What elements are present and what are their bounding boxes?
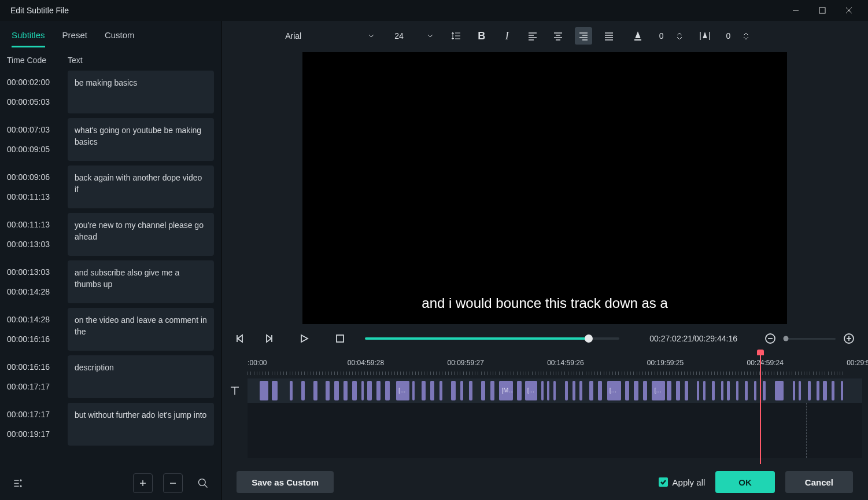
zoom-slider[interactable] xyxy=(784,338,836,340)
timeline-clip[interactable]: [M... xyxy=(499,381,513,400)
subtitle-text[interactable]: what's going on youtube be making basics xyxy=(68,118,214,161)
zoom-out-button[interactable] xyxy=(763,331,778,346)
tab-preset[interactable]: Preset xyxy=(62,30,87,47)
align-right-button[interactable] xyxy=(575,27,592,45)
timeline-clip[interactable] xyxy=(721,381,723,400)
subtitle-row[interactable]: 00:00:07:0300:00:09:05what's going on yo… xyxy=(7,118,214,161)
text-color-button[interactable] xyxy=(629,27,647,45)
timeline-clip[interactable]: [... xyxy=(652,381,665,400)
timeline-clip[interactable] xyxy=(272,381,278,400)
subtitle-text[interactable]: be making basics xyxy=(68,71,214,113)
align-justify-button[interactable] xyxy=(600,27,618,45)
timeline-clip[interactable] xyxy=(572,381,575,400)
play-button[interactable] xyxy=(297,331,312,346)
timeline-clip[interactable] xyxy=(517,381,521,400)
italic-button[interactable]: I xyxy=(498,27,516,45)
search-icon[interactable] xyxy=(193,473,213,493)
timeline-clip[interactable] xyxy=(430,381,434,400)
subtitle-row[interactable]: 00:00:09:0600:00:11:13back again with an… xyxy=(7,166,214,208)
next-frame-button[interactable] xyxy=(261,331,276,346)
timeline-clip[interactable]: [... xyxy=(525,381,537,400)
subtitle-row[interactable]: 00:00:14:2800:00:16:16on the video and l… xyxy=(7,308,214,351)
subtitle-track[interactable]: [...[M...[...[...[... xyxy=(248,378,862,403)
timeline-clip[interactable] xyxy=(841,381,843,400)
timeline-clip[interactable] xyxy=(301,381,304,400)
video-preview[interactable]: and i would bounce this track down as a xyxy=(302,52,787,324)
timeline-clip[interactable] xyxy=(832,381,834,400)
timeline-clip[interactable] xyxy=(460,381,463,400)
timeline-clip[interactable] xyxy=(376,381,381,400)
timeline-clip[interactable] xyxy=(643,381,647,400)
progress-bar[interactable] xyxy=(365,337,619,340)
minimize-button[interactable] xyxy=(782,0,809,21)
bold-button[interactable]: B xyxy=(473,27,490,45)
timeline-clip[interactable] xyxy=(260,381,269,400)
timeline-clip[interactable] xyxy=(808,381,811,400)
settings-icon[interactable] xyxy=(8,473,28,493)
empty-track[interactable] xyxy=(248,403,862,458)
timeline-clip[interactable] xyxy=(553,381,556,400)
timeline-clip[interactable] xyxy=(736,381,738,400)
zoom-in-button[interactable] xyxy=(841,331,856,346)
timeline-clip[interactable] xyxy=(367,381,371,400)
ok-button[interactable]: OK xyxy=(715,471,775,493)
timeline-clip[interactable] xyxy=(775,381,784,400)
subtitle-row[interactable]: 00:00:16:1600:00:17:17description xyxy=(7,355,214,398)
timeline-clip[interactable] xyxy=(685,381,688,400)
timeline-clip[interactable] xyxy=(481,381,485,400)
align-left-button[interactable] xyxy=(524,27,541,45)
timeline-clip[interactable] xyxy=(745,381,748,400)
subtitle-text[interactable]: you're new to my channel please go ahead xyxy=(68,213,214,256)
timeline-clip[interactable] xyxy=(634,381,638,400)
timeline-clip[interactable] xyxy=(343,381,348,400)
timeline-clip[interactable] xyxy=(565,381,568,400)
size-select[interactable]: 24 xyxy=(394,31,434,41)
subtitle-row[interactable]: 00:00:13:0300:00:14:28and subscribe also… xyxy=(7,260,214,303)
subtitle-text[interactable]: back again with another dope video if xyxy=(68,166,214,208)
timeline-clip[interactable] xyxy=(422,381,426,400)
timeline-clip[interactable] xyxy=(313,381,317,400)
timeline-clip[interactable] xyxy=(793,381,795,400)
timeline-clip[interactable] xyxy=(547,381,549,400)
font-select[interactable]: Arial xyxy=(285,31,375,41)
timeline-clip[interactable] xyxy=(697,381,699,400)
timeline-clip[interactable] xyxy=(334,381,338,400)
timeline-clip[interactable] xyxy=(290,381,293,400)
timeline-clip[interactable] xyxy=(823,381,827,400)
subtitle-text[interactable]: and subscribe also give me a thumbs up xyxy=(68,260,214,303)
tab-subtitles[interactable]: Subtitles xyxy=(12,30,45,47)
timeline-clip[interactable] xyxy=(439,381,442,400)
line-spacing-icon[interactable] xyxy=(448,27,465,45)
char-spacing-stepper[interactable] xyxy=(677,32,682,40)
save-as-custom-button[interactable]: Save as Custom xyxy=(237,471,334,493)
timeline-clip[interactable] xyxy=(598,381,602,400)
subtitle-row[interactable]: 00:00:02:0000:00:05:03be making basics xyxy=(7,71,214,113)
timeline-clip[interactable] xyxy=(352,381,356,400)
timeline-clip[interactable] xyxy=(754,381,756,400)
timeline-clip[interactable] xyxy=(385,381,389,400)
subtitle-row[interactable]: 00:00:17:1700:00:19:17but without furthe… xyxy=(7,403,214,446)
zoom-knob[interactable] xyxy=(784,336,789,341)
add-button[interactable] xyxy=(133,473,153,493)
timeline-clip[interactable] xyxy=(589,381,593,400)
stop-button[interactable] xyxy=(333,331,348,346)
subtitle-text[interactable]: description xyxy=(68,355,214,398)
timeline-clip[interactable] xyxy=(361,381,364,400)
timeline-clip[interactable] xyxy=(763,381,766,400)
timeline-clip[interactable] xyxy=(712,381,715,400)
subtitle-list[interactable]: 00:00:02:0000:00:05:03be making basics00… xyxy=(0,71,221,466)
timeline-clip[interactable] xyxy=(412,381,415,400)
timeline-clip[interactable] xyxy=(799,381,801,400)
subtitle-row[interactable]: 00:00:11:1300:00:13:03you're new to my c… xyxy=(7,213,214,256)
timeline-ruler[interactable]: :00:0000:04:59:2800:09:59:2700:14:59:260… xyxy=(248,359,862,376)
playhead[interactable] xyxy=(760,353,761,464)
subtitle-text[interactable]: on the video and leave a comment in the xyxy=(68,308,214,351)
timeline-clip[interactable] xyxy=(625,381,629,400)
timeline-clip[interactable] xyxy=(490,381,494,400)
apply-all-checkbox[interactable]: Apply all xyxy=(659,477,706,487)
timeline-clip[interactable] xyxy=(676,381,680,400)
subtitle-text[interactable]: but without further ado let's jump into xyxy=(68,403,214,446)
remove-button[interactable] xyxy=(163,473,183,493)
timeline-clip[interactable] xyxy=(579,381,582,400)
letter-width-stepper[interactable] xyxy=(743,32,749,40)
